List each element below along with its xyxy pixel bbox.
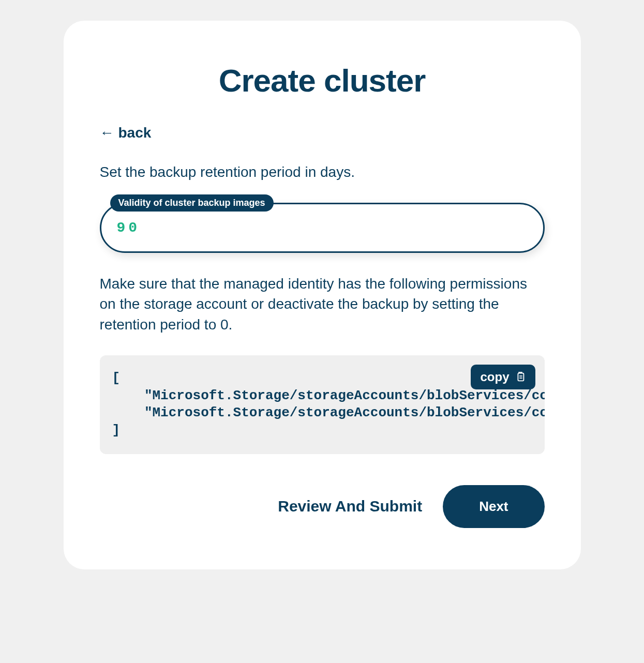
footer-actions: Review And Submit Next [100,485,545,528]
arrow-left-icon: ← [100,125,114,141]
back-label: back [118,125,152,141]
review-submit-button[interactable]: Review And Submit [278,498,422,515]
next-button[interactable]: Next [443,485,544,528]
copy-button-label: copy [480,370,509,384]
wizard-card: Create cluster ← back Set the backup ret… [64,21,581,569]
retention-description: Set the backup retention period in days. [100,162,545,182]
page-title: Create cluster [100,62,545,99]
code-block[interactable]: copy [ "Microsoft.Storage/storageAccount… [100,355,545,454]
back-button[interactable]: ← back [100,125,152,141]
clipboard-icon [515,371,526,383]
retention-input-wrapper: Validity of cluster backup images [100,203,545,253]
code-content: [ "Microsoft.Storage/storageAccounts/blo… [112,370,532,440]
copy-button[interactable]: copy [471,365,535,389]
svg-rect-0 [518,373,523,381]
input-label-badge: Validity of cluster backup images [110,194,274,212]
permissions-description: Make sure that the managed identity has … [100,274,545,335]
